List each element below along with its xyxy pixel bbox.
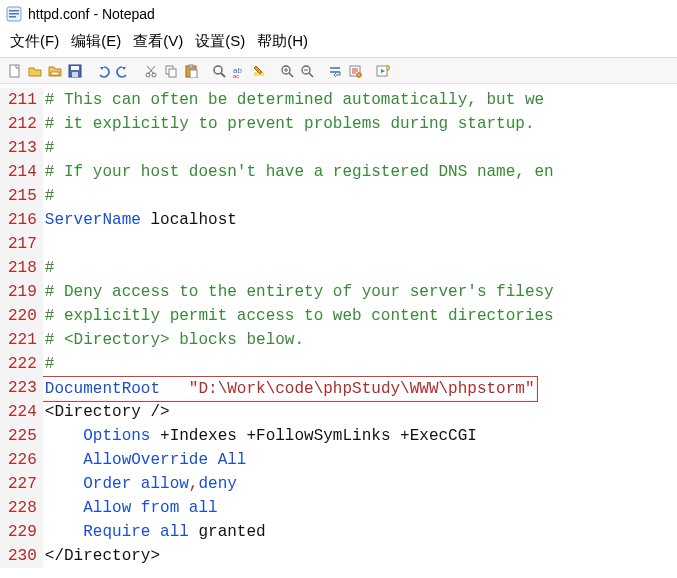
code-line[interactable]: # explicitly permit access to web conten…: [43, 304, 677, 328]
svg-rect-3: [9, 16, 16, 18]
line-number: 226: [8, 448, 37, 472]
code-line[interactable]: # Deny access to the entirety of your se…: [43, 280, 677, 304]
toolbar: abac: [0, 58, 677, 84]
line-number: 224: [8, 400, 37, 424]
highlighted-directive: DocumentRoot "D:\Work\code\phpStudy\WWW\…: [43, 376, 538, 402]
app-icon: [6, 6, 22, 22]
code-line[interactable]: #: [43, 136, 677, 160]
code-line[interactable]: # <Directory> blocks below.: [43, 328, 677, 352]
svg-point-33: [357, 72, 362, 77]
code-line[interactable]: #: [43, 256, 677, 280]
save-icon[interactable]: [66, 62, 84, 80]
svg-text:ac: ac: [233, 73, 239, 78]
wrap-icon[interactable]: [326, 62, 344, 80]
title-bar: httpd.conf - Notepad: [0, 0, 677, 26]
line-number: 217: [8, 232, 37, 256]
svg-rect-1: [9, 10, 19, 12]
highlight-icon[interactable]: [250, 62, 268, 80]
line-number: 220: [8, 304, 37, 328]
svg-point-18: [214, 66, 222, 74]
code-line[interactable]: [43, 232, 677, 256]
line-number: 214: [8, 160, 37, 184]
svg-rect-4: [10, 65, 19, 77]
line-number: 212: [8, 112, 37, 136]
editor-area[interactable]: 2112122132142152162172182192202212222232…: [0, 84, 677, 568]
find-icon[interactable]: [210, 62, 228, 80]
line-number: 216: [8, 208, 37, 232]
code-content[interactable]: # This can often be determined automatic…: [43, 88, 677, 568]
line-number: 213: [8, 136, 37, 160]
code-line[interactable]: #: [43, 352, 677, 376]
line-number: 223: [8, 376, 37, 400]
code-line[interactable]: #: [43, 184, 677, 208]
svg-rect-16: [189, 65, 193, 68]
menu-help[interactable]: 帮助(H): [257, 32, 308, 51]
code-line[interactable]: </Directory>: [43, 544, 677, 568]
settings-icon[interactable]: [346, 62, 364, 80]
zoom-out-icon[interactable]: [298, 62, 316, 80]
new-file-icon[interactable]: [6, 62, 24, 80]
svg-rect-17: [190, 70, 197, 78]
folder-icon[interactable]: [46, 62, 64, 80]
code-line[interactable]: # This can often be determined automatic…: [43, 88, 677, 112]
line-number: 221: [8, 328, 37, 352]
code-line[interactable]: Order allow,deny: [43, 472, 677, 496]
copy-icon[interactable]: [162, 62, 180, 80]
code-line[interactable]: Allow from all: [43, 496, 677, 520]
code-line[interactable]: DocumentRoot "D:\Work\code\phpStudy\WWW\…: [43, 376, 677, 400]
svg-line-28: [309, 73, 313, 77]
paste-icon[interactable]: [182, 62, 200, 80]
line-number: 219: [8, 280, 37, 304]
line-number: 215: [8, 184, 37, 208]
open-icon[interactable]: [26, 62, 44, 80]
zoom-in-icon[interactable]: [278, 62, 296, 80]
svg-rect-8: [72, 72, 78, 77]
line-number: 228: [8, 496, 37, 520]
code-line[interactable]: # If your host doesn't have a registered…: [43, 160, 677, 184]
undo-icon[interactable]: [94, 62, 112, 80]
menu-settings[interactable]: 设置(S): [195, 32, 245, 51]
svg-line-24: [289, 73, 293, 77]
line-number: 218: [8, 256, 37, 280]
cut-icon[interactable]: [142, 62, 160, 80]
line-number-gutter: 2112122132142152162172182192202212222232…: [0, 88, 43, 568]
line-number: 225: [8, 424, 37, 448]
line-number: 222: [8, 352, 37, 376]
code-line[interactable]: # it explicitly to prevent problems duri…: [43, 112, 677, 136]
code-line[interactable]: Require all granted: [43, 520, 677, 544]
replace-icon[interactable]: abac: [230, 62, 248, 80]
code-line[interactable]: Options +Indexes +FollowSymLinks +ExecCG…: [43, 424, 677, 448]
redo-icon[interactable]: [114, 62, 132, 80]
menu-edit[interactable]: 编辑(E): [71, 32, 121, 51]
svg-rect-7: [71, 66, 79, 70]
svg-rect-2: [9, 13, 19, 15]
line-number: 230: [8, 544, 37, 568]
svg-rect-5: [51, 72, 59, 75]
code-line[interactable]: ServerName localhost: [43, 208, 677, 232]
code-line[interactable]: AllowOverride All: [43, 448, 677, 472]
line-number: 211: [8, 88, 37, 112]
svg-line-19: [221, 73, 225, 77]
menu-view[interactable]: 查看(V): [133, 32, 183, 51]
line-number: 227: [8, 472, 37, 496]
svg-rect-14: [169, 69, 176, 77]
menu-file[interactable]: 文件(F): [10, 32, 59, 51]
run-icon[interactable]: [374, 62, 392, 80]
line-number: 229: [8, 520, 37, 544]
menu-bar: 文件(F) 编辑(E) 查看(V) 设置(S) 帮助(H): [0, 26, 677, 58]
code-line[interactable]: <Directory />: [43, 400, 677, 424]
window-title: httpd.conf - Notepad: [28, 6, 155, 22]
